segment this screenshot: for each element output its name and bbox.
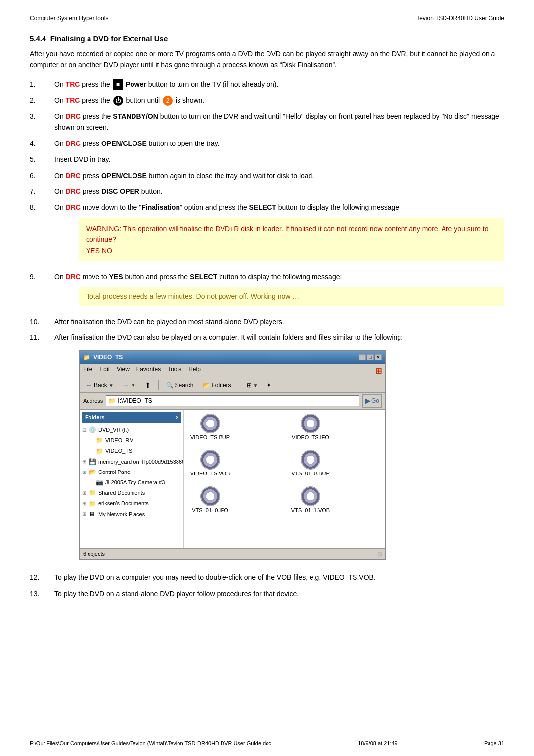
drc-label-3: DRC <box>66 112 81 120</box>
folder-icon-network: 🖥 <box>89 510 97 519</box>
tree-item-shared[interactable]: ⊞ 📁 Shared Documents <box>82 488 181 498</box>
views-button[interactable]: ⊞ ▼ <box>244 381 261 390</box>
expand-icon-shared[interactable]: ⊞ <box>82 489 89 497</box>
go-label: Go <box>371 396 379 406</box>
address-folder-icon: 📁 <box>108 396 116 406</box>
menu-file[interactable]: File <box>83 365 92 378</box>
file-label-vts-01-0-ifo: VTS_01_0.IFO <box>192 506 228 515</box>
tree-label-memory: memory_card on 'Hp000d9d153866' (Z:) <box>98 458 184 467</box>
status-text: 6 objects <box>83 550 105 559</box>
explorer-menubar: File Edit View Favorites Tools Help ⊞ <box>80 364 385 379</box>
menu-edit[interactable]: Edit <box>99 365 110 378</box>
address-go-button[interactable]: ▶ Go <box>362 394 382 407</box>
power-label: Power <box>126 80 146 88</box>
folder-icon-camera: 📷 <box>96 478 104 487</box>
close-button[interactable]: × <box>375 354 382 360</box>
folders-button[interactable]: 📂 Folders <box>200 381 234 390</box>
tree-item-video-ts[interactable]: 📁 VIDEO_TS <box>89 446 181 457</box>
file-item-vts-01-0-bup[interactable]: VTS_01_0.BUP <box>288 450 333 478</box>
sidebar-panel-header: Folders × <box>82 412 181 424</box>
explorer-main-area: VIDEO_TS.BUP VIDEO_TS.IFO VIDEO_TS.VOB <box>184 410 385 548</box>
extra-button[interactable]: ✦ <box>264 381 274 390</box>
open-close-label-4: OPEN/CLOSE <box>101 140 147 147</box>
tree-label-camera: JL2005A Toy Camera #3 <box>105 478 165 487</box>
step-10: 10. After finalisation the DVD can be pl… <box>30 316 504 327</box>
file-item-video-ts-vob[interactable]: VIDEO_TS.VOB <box>188 450 232 478</box>
back-label: Back <box>94 382 107 389</box>
yes-no-text: YES NO <box>86 247 112 255</box>
expand-icon-dvd[interactable]: ⊟ <box>82 426 89 434</box>
toolbar-separator-2 <box>239 380 239 390</box>
file-icon-video-ts-bup <box>200 414 220 433</box>
step-7: 7. On DRC press DISC OPER button. <box>30 186 504 197</box>
file-label-video-ts-bup: VIDEO_TS.BUP <box>190 433 230 442</box>
expand-icon-network[interactable]: ⊞ <box>82 510 89 518</box>
sidebar-close-button[interactable]: × <box>176 414 178 422</box>
folders-icon: 📂 <box>203 382 210 389</box>
toolbar-separator-1 <box>158 380 159 390</box>
views-icon: ⊞ <box>247 382 252 389</box>
forward-dropdown-icon[interactable]: ▼ <box>131 383 136 388</box>
explorer-window: 📁 VIDEO_TS _ □ × File Edit View Favori <box>79 350 386 561</box>
expand-icon-control[interactable]: ⊞ <box>82 469 89 476</box>
expand-icon-memory[interactable]: ⊞ <box>82 458 89 466</box>
tree-item-network[interactable]: ⊞ 🖥 My Network Places <box>82 509 181 520</box>
folder-icon-memory: 💾 <box>89 457 97 467</box>
tree-label-eriksen: eriksen's Documents <box>98 499 149 508</box>
tree-item-control-panel[interactable]: ⊞ 📂 Control Panel <box>82 467 181 477</box>
file-item-vts-01-0-ifo[interactable]: VTS_01_0.IFO <box>188 486 232 515</box>
minimize-button[interactable]: _ <box>359 354 366 360</box>
step-6: 6. On DRC press OPEN/CLOSE button again … <box>30 170 504 181</box>
address-value[interactable]: I:\VIDEO_TS <box>118 396 152 406</box>
step-9: 9. On DRC move to YES button and press t… <box>30 271 504 311</box>
explorer-titlebar: 📁 VIDEO_TS _ □ × <box>80 351 385 364</box>
menu-view[interactable]: View <box>117 365 130 378</box>
search-label: Search <box>175 382 194 389</box>
folder-icon-shared: 📁 <box>89 488 97 498</box>
back-arrow-icon: ← <box>86 381 92 389</box>
drc-label-8: DRC <box>66 203 81 211</box>
extra-icon: ✦ <box>267 382 271 389</box>
tree-item-memory-card[interactable]: ⊞ 💾 memory_card on 'Hp000d9d153866' (Z:) <box>82 457 181 467</box>
tree-label-network: My Network Places <box>98 510 145 519</box>
forward-arrow-icon: → <box>123 381 130 389</box>
menu-help[interactable]: Help <box>188 365 201 378</box>
search-button[interactable]: 🔍 Search <box>164 381 196 390</box>
folder-icon-video-rm: 📁 <box>96 436 104 445</box>
trc-label-2: TRC <box>66 96 80 104</box>
warning-box: WARNING: This operation will finalise th… <box>79 218 504 261</box>
menu-favorites[interactable]: Favorites <box>136 365 161 378</box>
intro-text: After you have recorded or copied one or… <box>30 48 504 71</box>
maximize-button[interactable]: □ <box>367 354 374 360</box>
section-heading: 5.4.4 Finalising a DVD for External Use <box>30 34 504 43</box>
back-button[interactable]: ← Back ▼ <box>83 380 116 390</box>
explorer-sidebar: Folders × ⊟ 💿 DVD_VR (I:) 📁 <box>80 410 184 548</box>
menu-tools[interactable]: Tools <box>168 365 181 378</box>
circle-2-icon: 2 <box>163 96 173 106</box>
file-item-video-ts-bup[interactable]: VIDEO_TS.BUP <box>188 414 232 442</box>
expand-icon-eriksen[interactable]: ⊞ <box>82 500 89 508</box>
folders-label: Folders <box>212 382 231 389</box>
footer-left: F:\Our Files\Our Computers\User Guides\T… <box>30 740 271 746</box>
file-item-video-ts-ifo[interactable]: VIDEO_TS.IFO <box>288 414 333 442</box>
address-label: Address <box>83 397 103 406</box>
tree-item-dvd[interactable]: ⊟ 💿 DVD_VR (I:) <box>82 425 181 435</box>
views-dropdown-icon[interactable]: ▼ <box>253 383 258 388</box>
tree-item-camera[interactable]: 📷 JL2005A Toy Camera #3 <box>89 477 181 488</box>
file-label-vts-01-0-bup: VTS_01_0.BUP <box>291 470 330 478</box>
step-11: 11. After finalisation the DVD can also … <box>30 332 504 567</box>
tree-item-video-rm[interactable]: 📁 VIDEO_RM <box>89 435 181 446</box>
up-icon: ⬆ <box>145 381 151 389</box>
file-item-vts-01-1-vob[interactable]: VTS_01_1.VOB <box>288 486 333 515</box>
sidebar-header-label: Folders <box>85 413 105 422</box>
steps-list: 1. On TRC press the ■ Power button to tu… <box>30 79 504 599</box>
forward-button[interactable]: → ▼ <box>120 380 138 390</box>
folder-icon-control: 📂 <box>89 468 97 477</box>
footer-right: Page 31 <box>484 740 504 746</box>
up-button[interactable]: ⬆ <box>142 380 153 390</box>
tree-label-video-rm: VIDEO_RM <box>105 436 134 445</box>
tree-item-eriksen[interactable]: ⊞ 📁 eriksen's Documents <box>82 499 181 509</box>
search-icon: 🔍 <box>166 382 174 389</box>
explorer-titlebar-controls[interactable]: _ □ × <box>359 354 382 360</box>
back-dropdown-icon[interactable]: ▼ <box>109 383 114 388</box>
